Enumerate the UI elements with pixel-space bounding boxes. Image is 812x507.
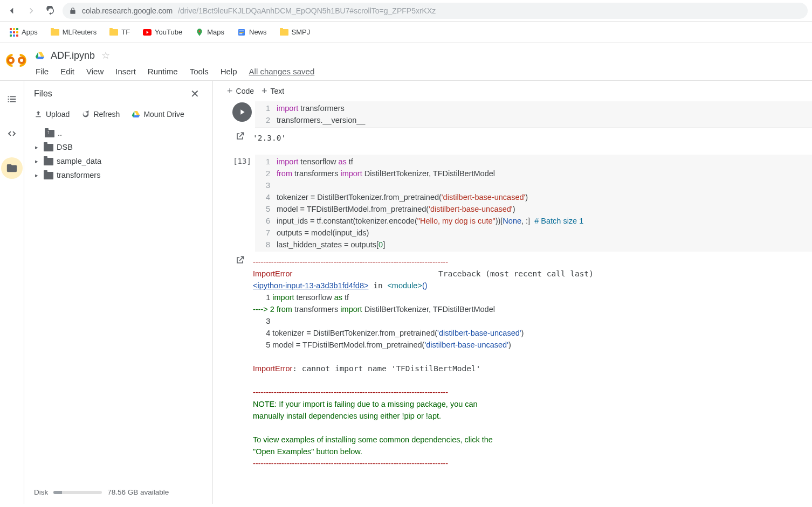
toc-tab[interactable] xyxy=(1,88,23,110)
code-editor[interactable]: 1import transformers 2transformers.__ver… xyxy=(255,101,812,128)
drive-icon xyxy=(35,51,45,60)
output-icon[interactable] xyxy=(235,131,245,142)
expand-arrow-icon[interactable]: ▸ xyxy=(35,172,40,179)
svg-point-1 xyxy=(199,30,201,32)
cell-toolbar: +Code +Text xyxy=(213,85,812,101)
svg-rect-4 xyxy=(239,32,244,32)
bookmark-maps[interactable]: Maps xyxy=(190,26,230,39)
file-tree: ..▸DSB▸sample_data▸transformers xyxy=(24,126,212,182)
address-bar[interactable]: colab.research.google.com/drive/1Bct9leu… xyxy=(63,3,808,19)
maps-icon xyxy=(195,28,204,37)
svg-point-6 xyxy=(8,58,13,63)
browser-toolbar: colab.research.google.com/drive/1Bct9leu… xyxy=(0,0,812,22)
folder-icon xyxy=(280,28,288,37)
url-host: colab.research.google.com xyxy=(82,6,173,15)
code-cell[interactable]: [13] 1import tensorflow as tf 2from tran… xyxy=(213,155,812,252)
star-icon[interactable]: ☆ xyxy=(101,50,110,61)
folder-icon xyxy=(109,28,118,37)
folder-icon xyxy=(44,172,53,179)
folder-icon xyxy=(44,158,53,165)
menu-edit[interactable]: Edit xyxy=(60,67,74,76)
bookmarks-bar: AppsMLReutersTFYouTubeMapsNewsSMPJ xyxy=(0,22,812,43)
close-panel-button[interactable]: ✕ xyxy=(187,87,203,100)
expand-arrow-icon[interactable]: ▸ xyxy=(35,144,40,151)
bookmark-youtube[interactable]: YouTube xyxy=(137,26,188,39)
colab-header: ADF.ipynb ☆ FileEditViewInsertRuntimeToo… xyxy=(0,43,812,80)
forward-button[interactable] xyxy=(24,3,39,18)
folder-icon xyxy=(45,130,54,137)
folder-icon xyxy=(51,28,59,37)
svg-rect-3 xyxy=(239,30,244,31)
code-tab[interactable] xyxy=(1,123,23,144)
doc-title[interactable]: ADF.ipynb xyxy=(51,50,95,61)
code-cell[interactable]: 1import transformers 2transformers.__ver… xyxy=(213,101,812,128)
menu-runtime[interactable]: Runtime xyxy=(148,67,178,76)
cell-output: ----------------------------------------… xyxy=(213,252,812,474)
refresh-button[interactable]: Refresh xyxy=(81,110,120,119)
svg-point-7 xyxy=(19,58,24,63)
menu-tools[interactable]: Tools xyxy=(190,67,209,76)
tree-item[interactable]: ▸DSB xyxy=(30,140,207,154)
run-cell-button[interactable] xyxy=(232,102,252,122)
bookmark-tf[interactable]: TF xyxy=(104,26,135,39)
tree-item[interactable]: ▸sample_data xyxy=(30,154,207,168)
reload-button[interactable] xyxy=(43,3,58,18)
error-output: ----------------------------------------… xyxy=(253,252,598,474)
output-icon[interactable] xyxy=(235,255,245,266)
bookmark-apps[interactable]: Apps xyxy=(4,26,43,39)
menu-bar: FileEditViewInsertRuntimeToolsHelpAll ch… xyxy=(35,64,803,80)
menu-insert[interactable]: Insert xyxy=(115,67,136,76)
execution-count: [13] xyxy=(233,156,251,165)
svg-rect-5 xyxy=(239,33,242,34)
url-path: /drive/1Bct9leuFKJLDQaAnhDCM_EpOQN5h1BU7… xyxy=(178,6,436,15)
cell-output: '2.3.0' xyxy=(213,128,812,148)
notebook-area: +Code +Text 1import transformers 2transf… xyxy=(213,81,812,504)
folder-icon xyxy=(44,144,53,151)
menu-help[interactable]: Help xyxy=(221,67,237,76)
save-status: All changes saved xyxy=(249,67,315,76)
menu-view[interactable]: View xyxy=(86,67,104,76)
left-rail xyxy=(0,81,24,504)
tree-item[interactable]: ▸transformers xyxy=(30,168,207,182)
output-text: '2.3.0' xyxy=(253,128,290,148)
yt-icon xyxy=(143,28,152,37)
apps-icon xyxy=(10,28,18,37)
disk-usage: Disk 78.56 GB available xyxy=(24,481,212,504)
bookmark-smpj[interactable]: SMPJ xyxy=(274,26,316,39)
upload-button[interactable]: Upload xyxy=(34,110,70,119)
lock-icon xyxy=(69,7,77,15)
code-editor[interactable]: 1import tensorflow as tf 2from transform… xyxy=(255,155,812,252)
colab-logo xyxy=(5,50,27,71)
expand-arrow-icon[interactable]: ▸ xyxy=(35,158,40,165)
bookmark-news[interactable]: News xyxy=(232,26,272,39)
tree-item[interactable]: .. xyxy=(30,126,207,140)
files-title: Files xyxy=(34,89,52,99)
files-panel: Files ✕ Upload Refresh Mount Drive ..▸DS… xyxy=(24,81,213,504)
menu-file[interactable]: File xyxy=(36,67,49,76)
back-button[interactable] xyxy=(4,3,19,18)
bookmark-mlreuters[interactable]: MLReuters xyxy=(45,26,102,39)
mount-drive-button[interactable]: Mount Drive xyxy=(132,110,184,119)
news-icon xyxy=(237,28,246,37)
add-text-button[interactable]: +Text xyxy=(262,86,284,96)
files-tab[interactable] xyxy=(1,157,23,179)
add-code-button[interactable]: +Code xyxy=(227,86,254,96)
